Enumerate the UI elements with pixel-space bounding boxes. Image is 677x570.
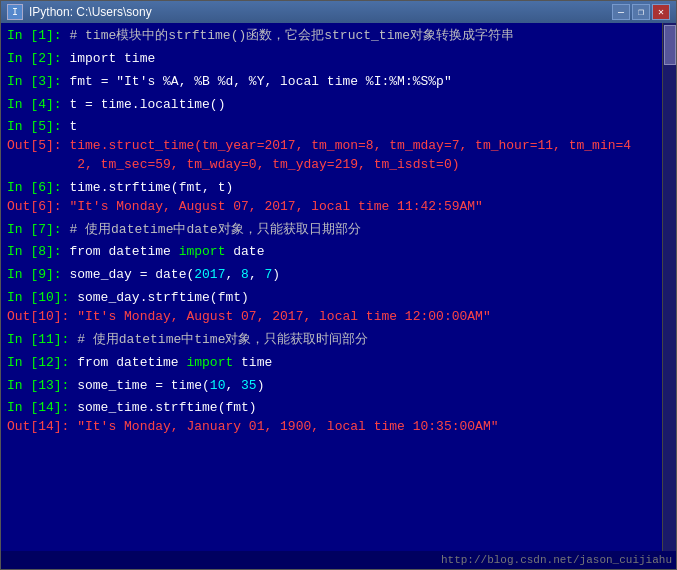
console-line: In [1]: # time模块中的strftime()函数，它会把struct…	[7, 27, 656, 46]
close-button[interactable]: ✕	[652, 4, 670, 20]
code-chunk: time.struct_time(tm_year=2017, tm_mon=8,…	[69, 137, 631, 156]
minimize-button[interactable]: —	[612, 4, 630, 20]
code-chunk: )	[257, 377, 265, 396]
titlebar-buttons: — ❐ ✕	[612, 4, 670, 20]
code-chunk: 10	[210, 377, 226, 396]
console-line: In [4]: t = time.localtime()	[7, 96, 656, 115]
console-line: In [9]: some_day = date(2017, 8, 7)	[7, 266, 656, 285]
code-chunk: time	[233, 354, 272, 373]
titlebar-left: I IPython: C:\Users\sony	[7, 4, 152, 20]
console-line: Out[10]: "It's Monday, August 07, 2017, …	[7, 308, 656, 327]
code-chunk: some_day = date(	[69, 266, 194, 285]
console-line: In [8]: from datetime import date	[7, 243, 656, 262]
code-chunk: some_time = time(	[77, 377, 210, 396]
console-line: In [7]: # 使用datetime中date对象，只能获取日期部分	[7, 221, 656, 240]
in-prompt: In [14]:	[7, 399, 77, 418]
code-chunk: time.strftime(fmt, t)	[69, 179, 233, 198]
code-chunk: date	[225, 243, 264, 262]
in-prompt: In [4]:	[7, 96, 69, 115]
console-line: In [13]: some_time = time(10, 35)	[7, 377, 656, 396]
window: I IPython: C:\Users\sony — ❐ ✕ In [1]: #…	[0, 0, 677, 570]
code-chunk: "It's Monday, January 01, 1900, local ti…	[77, 418, 498, 437]
code-chunk: # 使用datetime中date对象，只能获取日期部分	[69, 221, 360, 240]
in-prompt: In [1]:	[7, 27, 69, 46]
code-chunk: import time	[69, 50, 155, 69]
code-chunk: some_day.strftime(fmt)	[77, 289, 249, 308]
code-chunk: 2017	[194, 266, 225, 285]
scrollbar-thumb[interactable]	[664, 25, 676, 65]
in-prompt: In [3]:	[7, 73, 69, 92]
console-line: In [2]: import time	[7, 50, 656, 69]
code-chunk: t	[69, 118, 77, 137]
in-prompt: In [12]:	[7, 354, 77, 373]
window-title: IPython: C:\Users\sony	[29, 5, 152, 19]
in-prompt: In [8]:	[7, 243, 69, 262]
watermark: http://blog.csdn.net/jason_cuijiahu	[441, 554, 672, 566]
out-prompt: Out[5]:	[7, 137, 69, 156]
console-line: Out[5]: time.struct_time(tm_year=2017, t…	[7, 137, 656, 156]
console-line: In [10]: some_day.strftime(fmt)	[7, 289, 656, 308]
console-line: In [6]: time.strftime(fmt, t)	[7, 179, 656, 198]
console-line: In [5]: t	[7, 118, 656, 137]
code-chunk: 8	[241, 266, 249, 285]
bottom-bar: http://blog.csdn.net/jason_cuijiahu	[1, 551, 676, 569]
code-chunk: 2, tm_sec=59, tm_wday=0, tm_yday=219, tm…	[77, 156, 459, 175]
code-chunk: 7	[265, 266, 273, 285]
code-chunk: ,	[225, 266, 241, 285]
code-chunk: "It's Monday, August 07, 2017, local tim…	[69, 198, 482, 217]
out-prompt: Out[14]:	[7, 418, 77, 437]
code-chunk: from datetime	[77, 354, 186, 373]
code-chunk: fmt = "It's %A, %B %d, %Y, local time %I…	[69, 73, 451, 92]
code-chunk: from datetime	[69, 243, 178, 262]
code-chunk: import	[186, 354, 233, 373]
in-prompt: In [7]:	[7, 221, 69, 240]
console-line: Out[6]: "It's Monday, August 07, 2017, l…	[7, 198, 656, 217]
in-prompt: In [11]:	[7, 331, 77, 350]
console[interactable]: In [1]: # time模块中的strftime()函数，它会把struct…	[1, 23, 662, 551]
console-line: In [11]: # 使用datetime中time对象，只能获取时间部分	[7, 331, 656, 350]
in-prompt: In [9]:	[7, 266, 69, 285]
out-prompt: Out[10]:	[7, 308, 77, 327]
code-chunk: 35	[241, 377, 257, 396]
in-prompt: In [13]:	[7, 377, 77, 396]
console-line: 2, tm_sec=59, tm_wday=0, tm_yday=219, tm…	[7, 156, 656, 175]
code-chunk: )	[272, 266, 280, 285]
console-line: In [14]: some_time.strftime(fmt)	[7, 399, 656, 418]
out-prompt: Out[6]:	[7, 198, 69, 217]
code-chunk: ,	[225, 377, 241, 396]
in-prompt: In [5]:	[7, 118, 69, 137]
scrollbar[interactable]	[662, 23, 676, 551]
main-area: In [1]: # time模块中的strftime()函数，它会把struct…	[1, 23, 676, 551]
in-prompt: In [6]:	[7, 179, 69, 198]
in-prompt: In [2]:	[7, 50, 69, 69]
code-chunk: import	[179, 243, 226, 262]
console-line: In [12]: from datetime import time	[7, 354, 656, 373]
titlebar: I IPython: C:\Users\sony — ❐ ✕	[1, 1, 676, 23]
code-chunk: some_time.strftime(fmt)	[77, 399, 256, 418]
code-chunk: t = time.localtime()	[69, 96, 225, 115]
console-line: In [3]: fmt = "It's %A, %B %d, %Y, local…	[7, 73, 656, 92]
code-chunk: # 使用datetime中time对象，只能获取时间部分	[77, 331, 368, 350]
in-prompt: In [10]:	[7, 289, 77, 308]
code-chunk: # time模块中的strftime()函数，它会把struct_time对象转…	[69, 27, 514, 46]
code-chunk: ,	[249, 266, 265, 285]
icon-label: I	[12, 7, 18, 18]
code-chunk: "It's Monday, August 07, 2017, local tim…	[77, 308, 490, 327]
console-line: Out[14]: "It's Monday, January 01, 1900,…	[7, 418, 656, 437]
app-icon: I	[7, 4, 23, 20]
restore-button[interactable]: ❐	[632, 4, 650, 20]
